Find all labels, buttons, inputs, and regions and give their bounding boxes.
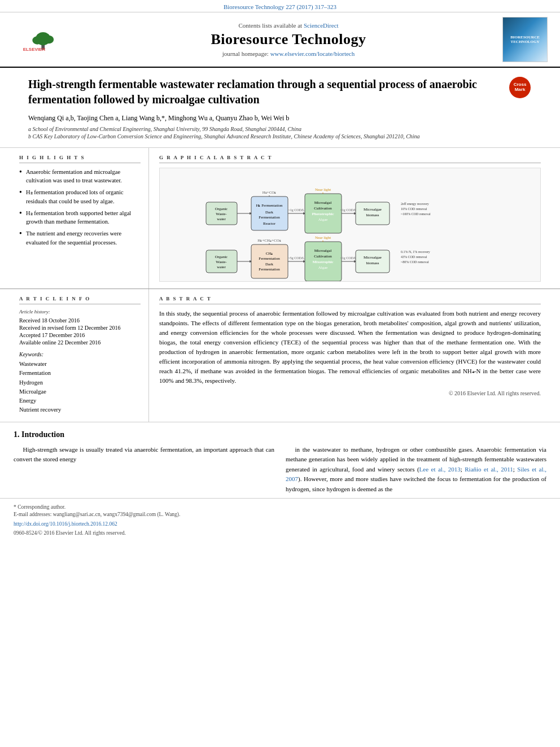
graphical-abstract-column: G R A P H I C A L A B S T R A C T Organi… xyxy=(149,148,546,289)
available-online-date: Available online 22 December 2016 xyxy=(19,339,141,346)
intro-paragraph-2: in the wastewater to methane, hydrogen o… xyxy=(286,445,546,495)
article-title-text: High-strength fermentable wastewater rec… xyxy=(28,77,504,141)
article-history-label: Article history: xyxy=(19,309,141,314)
journal-citation-bar: Bioresource Technology 227 (2017) 317–32… xyxy=(0,0,560,12)
keyword-3: Hydrogen xyxy=(19,378,141,387)
article-title: High-strength fermentable wastewater rec… xyxy=(28,77,504,107)
highlight-item-2: H₂ fermentation produced lots of organic… xyxy=(19,188,141,205)
svg-text:Waste-: Waste- xyxy=(216,260,227,264)
svg-text:water: water xyxy=(217,265,226,269)
svg-text:Dark: Dark xyxy=(265,210,273,215)
svg-text:Organic: Organic xyxy=(215,207,228,211)
article-info-abstract-section: A R T I C L E I N F O Article history: R… xyxy=(0,289,560,422)
svg-text:Cultivation: Cultivation xyxy=(314,254,332,259)
svg-text:Reactor: Reactor xyxy=(263,221,275,226)
keyword-6: Nutrient recovery xyxy=(19,405,141,414)
abstract-paragraph: In this study, the sequential process of… xyxy=(159,309,541,386)
copyright-line: © 2016 Elsevier Ltd. All rights reserved… xyxy=(159,390,541,396)
svg-text:ELSEVIER: ELSEVIER xyxy=(23,47,46,52)
affiliation-1: a School of Environmental and Chemical E… xyxy=(28,126,504,132)
ref-lee-2013[interactable]: Lee et al., 2013 xyxy=(419,466,461,473)
intro-paragraph-1: High-strength sewage is usually treated … xyxy=(14,445,274,465)
svg-text:~1g COD/L: ~1g COD/L xyxy=(340,208,357,212)
crossmark-icon: Cross Mark xyxy=(509,77,531,98)
svg-text:Organic: Organic xyxy=(215,255,228,259)
graphical-abstract-svg: Organic Waste- water H₂ Fermentation Dar… xyxy=(160,168,540,281)
crossmark-badge-area: Cross Mark xyxy=(509,77,532,99)
svg-text:Fermentation: Fermentation xyxy=(259,215,280,220)
svg-text:water: water xyxy=(217,217,226,221)
journal-header: ELSEVIER Contents lists available at Sci… xyxy=(0,12,560,68)
revised-received-date: Received in revised form 12 December 201… xyxy=(19,325,141,331)
svg-text:biomass: biomass xyxy=(366,261,379,265)
graphical-abstract-heading: G R A P H I C A L A B S T R A C T xyxy=(159,155,541,163)
svg-text:0.1% N, 1% recovery: 0.1% N, 1% recovery xyxy=(401,250,430,254)
svg-text:~80% COD removal: ~80% COD removal xyxy=(401,260,429,264)
keyword-1: Wastewater xyxy=(19,360,141,369)
journal-homepage-link[interactable]: www.elsevier.com/locate/biortech xyxy=(270,50,355,57)
svg-text:CH₄: CH₄ xyxy=(266,251,273,256)
journal-cover-area: BIORESOURCETECHNOLOGY xyxy=(497,17,553,62)
highlights-heading: H I G H L I G H T S xyxy=(19,155,141,163)
highlights-list: Anaerobic fermentation and microalgae cu… xyxy=(19,168,141,247)
svg-text:Mixotrophic: Mixotrophic xyxy=(312,260,333,264)
received-date: Received 18 October 2016 xyxy=(19,317,141,324)
highlight-item-1: Anaerobic fermentation and microalgae cu… xyxy=(19,168,141,185)
article-info-heading: A R T I C L E I N F O xyxy=(19,296,141,304)
svg-text:2eff energy recovery: 2eff energy recovery xyxy=(401,202,429,206)
keyword-4: Microalgae xyxy=(19,387,141,396)
abstract-column: A B S T R A C T In this study, the seque… xyxy=(149,289,546,422)
keywords-list: Wastewater Fermentation Hydrogen Microal… xyxy=(19,360,141,415)
svg-text:Cultivation: Cultivation xyxy=(314,206,332,211)
svg-rect-42 xyxy=(251,244,288,278)
ref-riano-2011[interactable]: Riañio et al., 2011 xyxy=(465,466,513,473)
publisher-logo-area: ELSEVIER xyxy=(7,25,80,54)
svg-text:Near light: Near light xyxy=(315,187,331,192)
corresponding-author-note: * Corresponding author. xyxy=(14,504,546,510)
introduction-section: 1. Introduction High-strength sewage is … xyxy=(0,422,560,495)
authors: Wenqiang Qi a,b, Taojing Chen a, Liang W… xyxy=(28,114,289,122)
sciencedirect-link[interactable]: ScienceDirect xyxy=(304,22,339,29)
keyword-5: Energy xyxy=(19,396,141,405)
highlights-graphical-section: H I G H L I G H T S Anaerobic fermentati… xyxy=(0,148,560,289)
svg-text:10% COD removal: 10% COD removal xyxy=(401,207,427,211)
svg-text:43% COD removal: 43% COD removal xyxy=(401,255,427,259)
contents-available-line: Contents lists available at ScienceDirec… xyxy=(80,22,497,29)
svg-text:Dark: Dark xyxy=(265,262,273,267)
affiliation-2: b CAS Key Laboratory of Low-Carbon Conve… xyxy=(28,133,504,139)
svg-text:Mark: Mark xyxy=(515,87,526,92)
journal-title: Bioresource Technology xyxy=(80,31,497,48)
svg-text:Phototrophic: Phototrophic xyxy=(312,212,334,216)
svg-text:H₂ Fermentation: H₂ Fermentation xyxy=(256,203,283,208)
svg-point-2 xyxy=(32,36,42,45)
highlight-item-4: The nutrient and energy recoveries were … xyxy=(19,229,141,246)
svg-text:Microalgae: Microalgae xyxy=(364,255,382,260)
journal-citation: Bioresource Technology 227 (2017) 317–32… xyxy=(224,3,336,10)
svg-point-3 xyxy=(44,36,54,44)
svg-text:Microalgal: Microalgal xyxy=(314,248,332,253)
svg-text:Algae: Algae xyxy=(318,217,328,222)
authors-line: Wenqiang Qi a,b, Taojing Chen a, Liang W… xyxy=(28,114,504,123)
abstract-heading: A B S T R A C T xyxy=(159,296,541,304)
svg-text:biomass: biomass xyxy=(366,213,379,217)
doi-link[interactable]: http://dx.doi.org/10.1016/j.biortech.201… xyxy=(14,521,117,527)
intro-col-left: High-strength sewage is usually treated … xyxy=(14,445,274,495)
svg-text:Waste-: Waste- xyxy=(216,212,227,216)
keywords-label: Keywords: xyxy=(19,351,141,357)
svg-text:Fermentation: Fermentation xyxy=(259,267,280,272)
svg-text:~5g COD/L: ~5g COD/L xyxy=(288,256,305,260)
intro-columns: High-strength sewage is usually treated … xyxy=(14,445,546,495)
svg-text:Fermentation: Fermentation xyxy=(259,256,280,261)
keyword-2: Fermentation xyxy=(19,369,141,378)
svg-text:~100% COD removal: ~100% COD removal xyxy=(401,212,431,216)
journal-homepage-line: journal homepage: www.elsevier.com/locat… xyxy=(80,50,497,57)
article-info-column: A R T I C L E I N F O Article history: R… xyxy=(14,289,149,422)
highlights-column: H I G H L I G H T S Anaerobic fermentati… xyxy=(14,148,149,289)
highlight-item-3: H₂ fermentation broth supported better a… xyxy=(19,209,141,226)
page-footer: * Corresponding author. E-mail addresses… xyxy=(0,498,560,541)
svg-text:Cross: Cross xyxy=(514,82,527,87)
svg-text:Microalgal: Microalgal xyxy=(314,200,332,205)
elsevier-tree-icon: ELSEVIER xyxy=(21,25,66,54)
svg-text:Microalgae: Microalgae xyxy=(364,207,382,212)
svg-text:~1g COD/L: ~1g COD/L xyxy=(340,256,357,260)
